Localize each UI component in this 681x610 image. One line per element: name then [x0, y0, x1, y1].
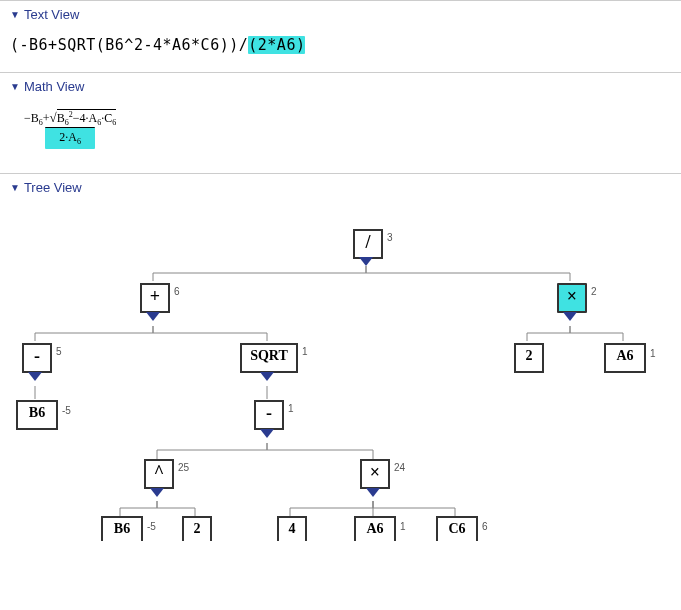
denominator-highlight: 2·A6 [45, 127, 95, 148]
node-value: -5 [62, 406, 71, 416]
caret-down-icon [150, 488, 164, 497]
section-text-view: ▼ Text View (-B6+SQRT(B6^2-4*A6*C6))/(2*… [0, 0, 681, 72]
caret-down-icon: ▼ [10, 182, 20, 193]
node-sqrt[interactable]: SQRT 1 [240, 343, 298, 373]
node-value: -5 [147, 522, 156, 532]
node-b6-top[interactable]: B6 -5 [16, 400, 58, 430]
node-neg[interactable]: - 5 [22, 343, 52, 373]
math-view-header[interactable]: ▼ Math View [0, 73, 681, 100]
caret-down-icon [260, 372, 274, 381]
formula-text[interactable]: (-B6+SQRT(B6^2-4*A6*C6))/(2*A6) [0, 28, 681, 72]
caret-down-icon: ▼ [10, 9, 20, 20]
sqrt-body: B62−4·A6·C6 [57, 109, 116, 125]
node-two-right[interactable]: 2 [514, 343, 544, 373]
node-b6-bottom[interactable]: B6 -5 [101, 516, 143, 541]
tree-view-title: Tree View [24, 180, 82, 195]
caret-down-icon [28, 372, 42, 381]
math-view-title: Math View [24, 79, 84, 94]
node-value: 1 [650, 349, 656, 359]
caret-down-icon [359, 257, 373, 266]
formula-math[interactable]: −B6+√B62−4·A6·C6 2·A6 [0, 100, 681, 173]
caret-down-icon: ▼ [10, 81, 20, 92]
node-divide[interactable]: / 3 [353, 229, 383, 259]
node-value: 1 [400, 522, 406, 532]
node-value: 1 [288, 404, 294, 414]
node-power[interactable]: ^ 25 [144, 459, 174, 489]
node-mul[interactable]: × 24 [360, 459, 390, 489]
fraction: −B6+√B62−4·A6·C6 2·A6 [20, 110, 120, 149]
node-value: 25 [178, 463, 189, 473]
node-two-bottom[interactable]: 2 [182, 516, 212, 541]
node-value: 1 [302, 347, 308, 357]
tree-connectors [0, 201, 681, 541]
section-math-view: ▼ Math View −B6+√B62−4·A6·C6 2·A6 [0, 72, 681, 173]
formula-highlight: (2*A6) [248, 36, 305, 54]
formula-tree[interactable]: / 3 + 6 × 2 - 5 SQRT 1 2 A6 [0, 201, 681, 541]
caret-down-icon [260, 429, 274, 438]
node-value: 6 [174, 287, 180, 297]
node-value: 3 [387, 233, 393, 243]
node-a6-right[interactable]: A6 1 [604, 343, 646, 373]
tree-view-header[interactable]: ▼ Tree View [0, 174, 681, 201]
text-view-title: Text View [24, 7, 79, 22]
numerator: −B6+√B62−4·A6·C6 [20, 109, 120, 127]
caret-down-icon [366, 488, 380, 497]
node-aux-minus[interactable]: - 1 [254, 400, 284, 430]
node-a6-bottom[interactable]: A6 1 [354, 516, 396, 541]
node-value: 5 [56, 347, 62, 357]
node-plus[interactable]: + 6 [140, 283, 170, 313]
node-four[interactable]: 4 [277, 516, 307, 541]
caret-down-icon [563, 312, 577, 321]
sqrt-icon: √ [50, 110, 57, 125]
node-value: 6 [482, 522, 488, 532]
node-value: 24 [394, 463, 405, 473]
node-times-highlight[interactable]: × 2 [557, 283, 587, 313]
section-tree-view: ▼ Tree View [0, 173, 681, 541]
node-value: 2 [591, 287, 597, 297]
node-c6[interactable]: C6 6 [436, 516, 478, 541]
text-view-header[interactable]: ▼ Text View [0, 1, 681, 28]
caret-down-icon [146, 312, 160, 321]
formula-prefix: (-B6+SQRT(B6^2-4*A6*C6))/ [10, 36, 248, 54]
